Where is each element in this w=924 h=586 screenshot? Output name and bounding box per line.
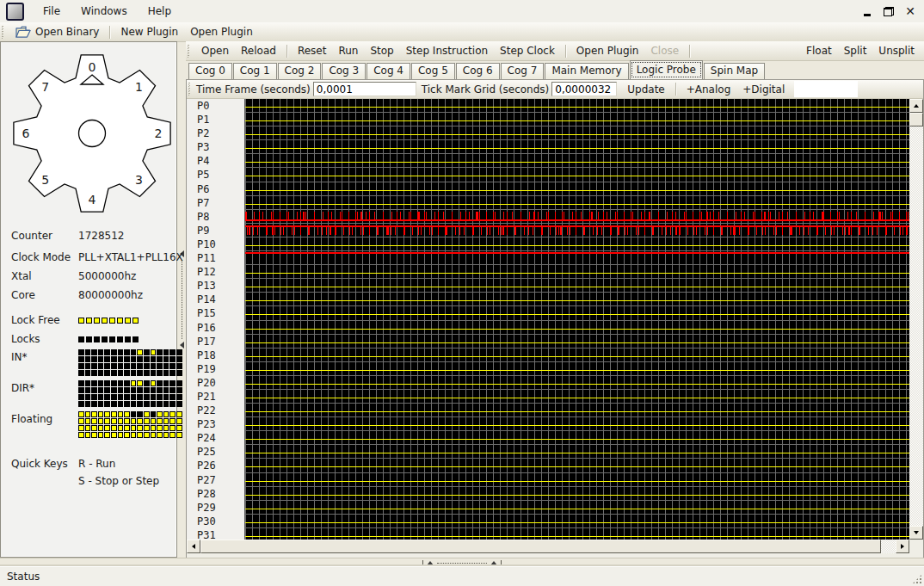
open-plugin-button[interactable]: Open Plugin (184, 24, 259, 40)
toolbar-grip[interactable] (2, 26, 5, 39)
pin-bit (104, 356, 110, 362)
menu-item-file[interactable]: File (33, 3, 71, 20)
pin-bit (157, 370, 163, 376)
waveform-band-p14 (245, 293, 909, 306)
emu-button-reload[interactable]: Reload (235, 43, 282, 59)
emu-button-close[interactable]: Close (644, 43, 685, 59)
new-plugin-button[interactable]: New Plugin (114, 24, 184, 40)
vertical-scroll-track[interactable] (909, 126, 923, 526)
open-binary-button[interactable]: Open Binary (9, 24, 105, 40)
tab-cog-1[interactable]: Cog 1 (233, 63, 277, 79)
propeller-chip-icon[interactable] (6, 3, 24, 21)
pin-bit (78, 363, 84, 369)
pin-bit (118, 432, 124, 438)
emu-button-stop[interactable]: Stop (364, 43, 399, 59)
pin-bit (163, 418, 169, 424)
splitter-end-bar (422, 560, 423, 566)
update-button[interactable]: Update (621, 82, 670, 97)
emu-button-open[interactable]: Open (195, 43, 235, 59)
dock-button-float[interactable]: Float (800, 43, 838, 59)
horizontal-scrollbar[interactable] (187, 540, 909, 553)
dock-buttons: FloatSplitUnsplit (800, 43, 921, 59)
pin-bit (118, 380, 124, 386)
pin-bit (85, 363, 91, 369)
tab-main-memory[interactable]: Main Memory (545, 63, 628, 79)
floating-trace (245, 134, 909, 135)
pin-bit (104, 418, 110, 424)
pin-bit (151, 387, 157, 393)
tab-cog-6[interactable]: Cog 6 (456, 63, 500, 79)
tab-cog-3[interactable]: Cog 3 (322, 63, 366, 79)
expand-up-icon[interactable] (490, 561, 497, 565)
tab-cog-7[interactable]: Cog 7 (501, 63, 545, 79)
menu-item-windows[interactable]: Windows (71, 3, 138, 20)
locks-squares (78, 314, 139, 327)
add-digital-button[interactable]: +Digital (736, 82, 791, 97)
probe-blank-field[interactable] (794, 81, 858, 97)
dock-button-unsplit[interactable]: Unsplit (872, 43, 921, 59)
minimize-icon[interactable] (862, 7, 872, 16)
chip-status-row: Core80000000hz (11, 289, 171, 302)
close-icon[interactable]: ✕ (905, 7, 915, 16)
high-trace (245, 252, 909, 254)
splitter-grip[interactable] (182, 260, 182, 339)
tab-cog-4[interactable]: Cog 4 (367, 63, 410, 79)
tab-spin-map[interactable]: Spin Map (704, 63, 765, 79)
lock-square (125, 336, 131, 342)
pin-bit (124, 356, 130, 362)
pin-bit (151, 356, 157, 362)
expand-up-icon[interactable] (427, 561, 434, 565)
vertical-scrollbar[interactable] (909, 99, 923, 540)
tick-mark-grid-label: Tick Mark Grid (seconds) (422, 83, 549, 96)
pin-bit (176, 349, 182, 355)
scroll-right-button[interactable] (896, 540, 909, 553)
pin-label-p15: P15 (187, 306, 244, 320)
time-frame-input[interactable] (313, 82, 416, 96)
menu-item-help[interactable]: Help (138, 3, 182, 20)
tab-cog-0[interactable]: Cog 0 (188, 63, 232, 79)
floating-trace (245, 398, 909, 398)
toolbar-grip[interactable] (188, 45, 191, 58)
pin-grid-row (78, 432, 182, 438)
waveform-band-p6 (245, 182, 909, 196)
waveform-plot[interactable] (244, 99, 909, 540)
probe-toolbar: Time Frame (seconds) Tick Mark Grid (sec… (187, 80, 923, 99)
vertical-splitter[interactable] (177, 41, 186, 558)
tab-cog-2[interactable]: Cog 2 (278, 63, 322, 79)
floating-trace (245, 439, 909, 440)
pin-grid-row (78, 363, 182, 369)
tab-cog-5[interactable]: Cog 5 (411, 63, 455, 79)
emu-button-open-plugin[interactable]: Open Plugin (570, 43, 645, 59)
pin-grid-row (78, 356, 182, 362)
app-window: FileWindowsHelp ✕ Open Binary New Plugin… (0, 0, 924, 586)
emu-button-step-clock[interactable]: Step Clock (494, 43, 561, 59)
pin-bit (144, 349, 150, 355)
emu-button-reset[interactable]: Reset (292, 43, 333, 59)
vertical-scroll-thumb[interactable] (909, 113, 923, 126)
scroll-left-button[interactable] (187, 540, 200, 553)
scroll-down-button[interactable] (909, 526, 923, 540)
emu-button-run[interactable]: Run (332, 43, 364, 59)
pin-bit (85, 425, 91, 431)
toolbar-separator (565, 45, 566, 58)
dock-button-split[interactable]: Split (838, 43, 873, 59)
resize-grip[interactable] (912, 574, 922, 584)
tick-mark-grid-input[interactable] (551, 82, 617, 96)
splitter-grip[interactable] (437, 563, 487, 564)
pin-bit (176, 418, 182, 424)
pin-label-p22: P22 (187, 404, 244, 417)
emu-button-step-instruction[interactable]: Step Instruction (400, 43, 494, 59)
add-analog-button[interactable]: +Analog (681, 82, 737, 97)
pin-bit (98, 411, 104, 417)
pin-label-p30: P30 (187, 515, 244, 528)
scroll-up-button[interactable] (909, 99, 923, 113)
floating-trace (245, 356, 909, 357)
tab-logic-probe[interactable]: Logic Probe (630, 60, 703, 79)
toolbar-grip[interactable] (188, 83, 192, 96)
restore-window-icon[interactable] (884, 7, 894, 16)
horizontal-scroll-thumb[interactable] (200, 540, 881, 553)
horizontal-scroll-track[interactable] (200, 540, 896, 553)
collapse-left-icon[interactable] (180, 342, 184, 349)
waveform-band-p1 (245, 113, 909, 126)
pin-bit (131, 356, 137, 362)
